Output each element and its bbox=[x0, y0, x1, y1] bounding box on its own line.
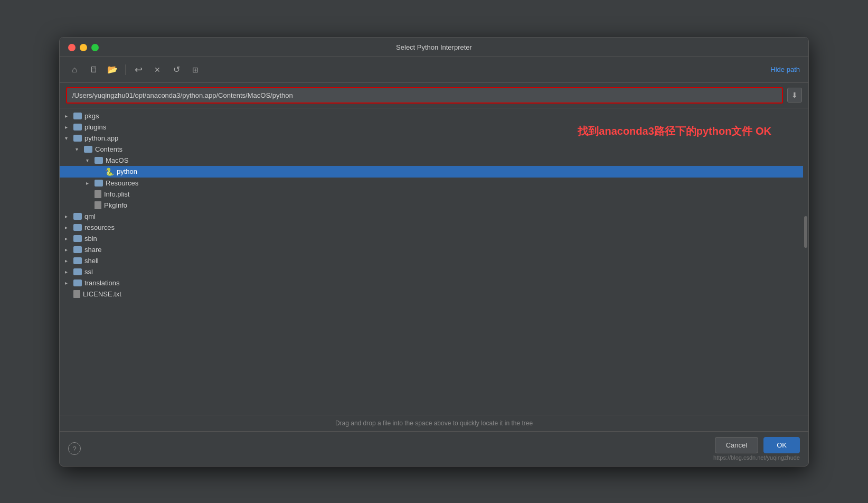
python-file-icon: 🐍 bbox=[105, 167, 114, 176]
ok-button[interactable]: OK bbox=[763, 437, 800, 453]
tree-arrow-icon: ▸ bbox=[65, 124, 73, 130]
help-button[interactable]: ? bbox=[68, 442, 81, 455]
file-icon bbox=[73, 290, 80, 298]
monitor-icon: 🖥 bbox=[89, 65, 98, 74]
tree-arrow-icon: ▸ bbox=[65, 225, 73, 230]
dialog: Select Python Interpreter ⌂ 🖥 📂 ↩ ✕ ↺ ⊞ … bbox=[59, 37, 809, 467]
folder-icon bbox=[73, 235, 82, 242]
bottom-actions: Cancel OK bbox=[715, 437, 800, 453]
bottom-bar: ? Cancel OK https://blog.csdn.net/yuqing… bbox=[60, 431, 808, 466]
home-icon: ⌂ bbox=[72, 65, 77, 74]
hide-path-button[interactable]: Hide path bbox=[770, 66, 800, 73]
folder-icon bbox=[73, 268, 82, 275]
folder-icon bbox=[95, 157, 103, 164]
status-text: Drag and drop a file into the space abov… bbox=[335, 420, 533, 427]
close-button[interactable]: ✕ bbox=[149, 61, 166, 78]
download-icon: ⬇ bbox=[791, 91, 798, 99]
scrollbar[interactable] bbox=[803, 108, 808, 415]
tree-arrow-icon: ▾ bbox=[86, 157, 95, 163]
nav-back-button[interactable]: ↩ bbox=[130, 61, 147, 78]
tree-item[interactable]: ▸ssl bbox=[60, 266, 803, 277]
tree-item[interactable]: ▸qml bbox=[60, 211, 803, 222]
refresh-icon: ↺ bbox=[173, 64, 180, 74]
tree-item[interactable]: ▾MacOS bbox=[60, 155, 803, 166]
tree-item-label: Contents bbox=[95, 145, 122, 153]
title-bar: Select Python Interpreter bbox=[60, 38, 808, 57]
minimize-window-button[interactable] bbox=[80, 44, 87, 51]
home-button[interactable]: ⌂ bbox=[66, 61, 83, 78]
path-input[interactable] bbox=[66, 87, 783, 104]
tree-item-label: sbin bbox=[84, 235, 97, 243]
tree-item-label: shell bbox=[84, 257, 99, 265]
network-button[interactable]: ⊞ bbox=[187, 61, 204, 78]
window-controls bbox=[68, 44, 99, 51]
tree-item[interactable]: ▾Contents bbox=[60, 144, 803, 155]
path-bar: ⬇ bbox=[60, 83, 808, 108]
refresh-button[interactable]: ↺ bbox=[168, 61, 185, 78]
nav-back-icon: ↩ bbox=[135, 64, 143, 76]
tree-item[interactable]: Info.plist bbox=[60, 189, 803, 200]
network-icon: ⊞ bbox=[192, 66, 199, 74]
watermark: https://blog.csdn.net/yuqingzhude bbox=[713, 454, 800, 461]
tree-item-label: python.app bbox=[84, 134, 118, 142]
tree-arrow-icon: ▸ bbox=[65, 280, 73, 286]
file-tree[interactable]: 找到anaconda3路径下的python文件 OK ▸pkgs▸plugins… bbox=[60, 108, 803, 415]
folder-icon bbox=[73, 224, 82, 231]
tree-item[interactable]: ▸resources bbox=[60, 222, 803, 233]
folder-icon bbox=[73, 280, 82, 286]
monitor-button[interactable]: 🖥 bbox=[85, 61, 102, 78]
dialog-title: Select Python Interpreter bbox=[60, 43, 808, 51]
tree-item-label: plugins bbox=[84, 123, 106, 131]
tree-item-label: python bbox=[117, 167, 137, 175]
tree-item-label: PkgInfo bbox=[104, 201, 127, 209]
tree-item[interactable]: PkgInfo bbox=[60, 200, 803, 211]
close-icon: ✕ bbox=[154, 66, 161, 74]
tree-item[interactable]: ▸share bbox=[60, 244, 803, 255]
tree-item[interactable]: LICENSE.txt bbox=[60, 288, 803, 300]
tree-item-label: Info.plist bbox=[104, 190, 129, 198]
file-icon bbox=[95, 190, 101, 198]
folder-icon bbox=[73, 113, 82, 119]
help-icon: ? bbox=[72, 445, 76, 453]
tree-item-label: LICENSE.txt bbox=[83, 290, 121, 298]
tree-item[interactable]: ▸translations bbox=[60, 277, 803, 288]
tree-arrow-icon: ▸ bbox=[65, 236, 73, 241]
tree-arrow-icon: ▸ bbox=[86, 180, 95, 186]
path-download-button[interactable]: ⬇ bbox=[787, 88, 802, 103]
tree-arrow-icon: ▾ bbox=[65, 135, 73, 141]
tree-item-label: qml bbox=[84, 212, 96, 220]
folder-browse-icon: 📂 bbox=[107, 64, 118, 74]
tree-item[interactable]: ▸pkgs bbox=[60, 110, 803, 122]
tree-item-label: Resources bbox=[106, 179, 138, 187]
tree-item-label: pkgs bbox=[84, 112, 99, 120]
tree-item[interactable]: ▸plugins bbox=[60, 122, 803, 133]
folder-icon bbox=[84, 146, 92, 153]
tree-arrow-icon: ▾ bbox=[76, 146, 84, 152]
cancel-button[interactable]: Cancel bbox=[715, 437, 758, 453]
main-content: 找到anaconda3路径下的python文件 OK ▸pkgs▸plugins… bbox=[60, 108, 808, 415]
tree-item-label: resources bbox=[84, 223, 115, 231]
maximize-window-button[interactable] bbox=[91, 44, 99, 51]
tree-item-label: translations bbox=[84, 279, 119, 287]
file-icon bbox=[95, 201, 101, 209]
toolbar: ⌂ 🖥 📂 ↩ ✕ ↺ ⊞ Hide path bbox=[60, 57, 808, 83]
tree-arrow-icon: ▸ bbox=[65, 247, 73, 253]
close-window-button[interactable] bbox=[68, 44, 76, 51]
folder-icon bbox=[95, 180, 103, 187]
tree-item[interactable]: ▸sbin bbox=[60, 233, 803, 244]
tree-arrow-icon: ▸ bbox=[65, 213, 73, 219]
scrollbar-thumb[interactable] bbox=[804, 216, 807, 248]
tree-item-label: MacOS bbox=[106, 156, 128, 164]
folder-button[interactable]: 📂 bbox=[104, 61, 121, 78]
tree-item[interactable]: 🐍python bbox=[60, 166, 803, 178]
folder-icon bbox=[73, 257, 82, 264]
tree-item-label: share bbox=[84, 246, 102, 254]
folder-icon bbox=[73, 124, 82, 131]
tree-item-label: ssl bbox=[84, 268, 93, 276]
folder-icon bbox=[73, 246, 82, 253]
folder-icon bbox=[73, 213, 82, 220]
tree-item[interactable]: ▸Resources bbox=[60, 178, 803, 189]
tree-item[interactable]: ▾python.app bbox=[60, 133, 803, 144]
status-bar: Drag and drop a file into the space abov… bbox=[60, 415, 808, 431]
tree-item[interactable]: ▸shell bbox=[60, 255, 803, 266]
